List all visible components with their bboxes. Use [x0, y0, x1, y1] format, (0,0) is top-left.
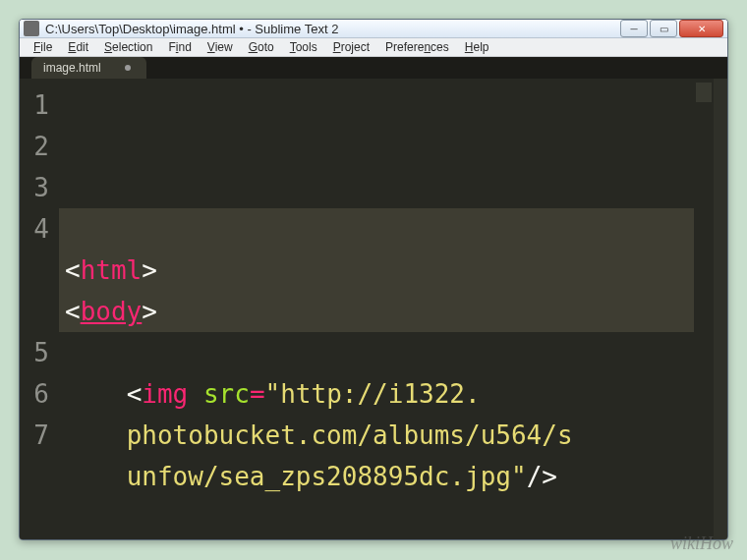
- code-area[interactable]: <html> <body> <img src="http://i1322. ph…: [59, 79, 694, 540]
- menu-project[interactable]: Project: [325, 38, 377, 56]
- menu-goto[interactable]: Goto: [241, 38, 282, 56]
- tab-image-html[interactable]: image.html: [31, 57, 146, 79]
- menu-tools[interactable]: Tools: [282, 38, 325, 56]
- line-number: 3: [20, 167, 49, 208]
- menu-help[interactable]: Help: [457, 38, 497, 56]
- window-controls: ─ ▭ ✕: [620, 20, 723, 37]
- menu-selection[interactable]: Selection: [96, 38, 160, 56]
- menu-edit[interactable]: Edit: [60, 38, 96, 56]
- minimize-button[interactable]: ─: [620, 20, 648, 37]
- line-number: 7: [20, 415, 49, 456]
- titlebar[interactable]: C:\Users\Top\Desktop\image.html • - Subl…: [20, 20, 727, 38]
- line-number: 4: [20, 208, 49, 250]
- tab-label: image.html: [43, 61, 101, 75]
- vertical-scrollbar[interactable]: [714, 79, 727, 540]
- menu-find[interactable]: Find: [160, 38, 199, 56]
- line-number: 5: [20, 332, 49, 373]
- editor: 1 2 3 4 . . 5 6 7 <html> <body> <img src…: [20, 79, 727, 540]
- app-window: C:\Users\Top\Desktop\image.html • - Subl…: [19, 19, 728, 540]
- window-title: C:\Users\Top\Desktop\image.html • - Subl…: [45, 22, 620, 36]
- menubar: File Edit Selection Find View Goto Tools…: [20, 38, 727, 57]
- line-number: 1: [20, 84, 49, 126]
- app-icon: [24, 21, 39, 36]
- menu-preferences[interactable]: Preferences: [377, 38, 457, 56]
- maximize-button[interactable]: ▭: [650, 20, 677, 37]
- tabbar: image.html: [20, 57, 727, 79]
- gutter: 1 2 3 4 . . 5 6 7: [20, 79, 59, 540]
- line-number: 6: [20, 373, 49, 415]
- minimap-viewport: [696, 83, 712, 102]
- menu-view[interactable]: View: [200, 38, 241, 56]
- menu-file[interactable]: File: [26, 38, 60, 56]
- dirty-indicator-icon: [125, 65, 131, 71]
- minimap[interactable]: [694, 79, 714, 540]
- close-button[interactable]: ✕: [679, 20, 723, 37]
- line-number: 2: [20, 126, 49, 167]
